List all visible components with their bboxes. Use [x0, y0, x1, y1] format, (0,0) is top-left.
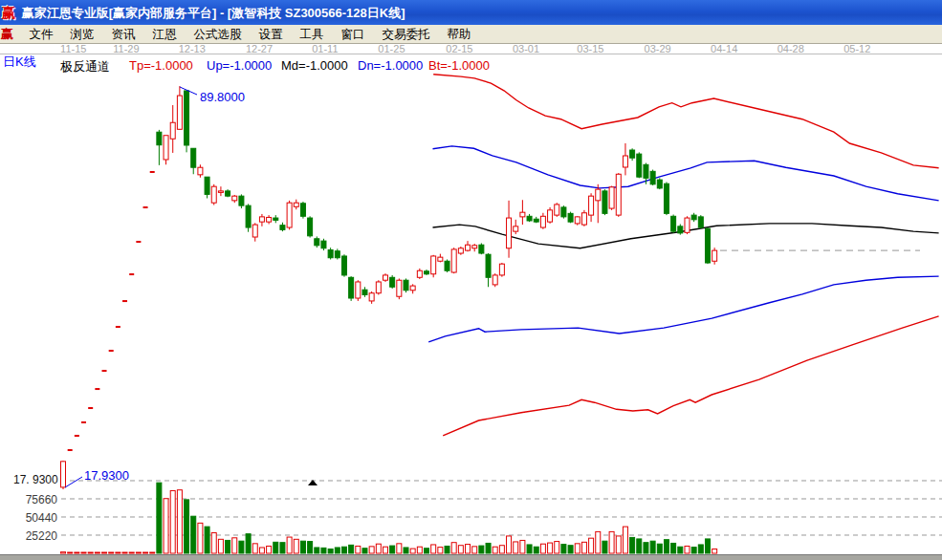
volume-bar — [671, 543, 676, 553]
candle-body — [458, 248, 463, 253]
limit-dash — [75, 435, 79, 437]
volume-bar — [404, 548, 408, 553]
volume-bar — [150, 552, 155, 553]
volume-bar — [581, 542, 586, 553]
volume-bar — [685, 546, 690, 553]
candle-body — [712, 250, 717, 261]
candle-body — [438, 257, 443, 261]
volume-bar — [630, 537, 635, 553]
volume-bars — [61, 483, 717, 553]
candle-body — [561, 207, 566, 217]
volume-bar — [472, 547, 477, 553]
volume-bar — [664, 540, 668, 553]
volume-bar — [369, 547, 374, 553]
date-tick-label: 03-29 — [639, 43, 677, 54]
candles — [61, 86, 717, 489]
candle-body — [534, 219, 538, 222]
volume-bar — [274, 542, 278, 553]
price-annotations: 89.800017.9300 — [65, 87, 245, 487]
indicator-param[interactable]: Up=-1.0000 — [207, 58, 272, 73]
candle-body — [431, 256, 436, 274]
candle-body — [664, 183, 668, 213]
candle-body — [637, 154, 642, 177]
indicator-param[interactable]: Tp=-1.0000 — [129, 58, 193, 73]
volume-bar — [527, 545, 532, 553]
volume-bar — [185, 500, 189, 553]
candle-body — [678, 226, 683, 233]
channel-line-bt — [443, 316, 938, 436]
volume-bar — [349, 545, 354, 553]
volume-bar — [438, 548, 443, 553]
candle-body — [596, 189, 601, 201]
candle-body — [328, 250, 333, 258]
limit-dash — [81, 421, 86, 423]
indicator-param[interactable]: Md=-1.0000 — [281, 58, 348, 73]
volume-bar — [623, 527, 627, 553]
volume-bar — [321, 548, 326, 553]
candle-body — [466, 245, 471, 250]
volume-bar — [657, 544, 662, 553]
indicator-param[interactable]: Dn=-1.0000 — [358, 58, 423, 73]
volume-bar — [164, 499, 168, 553]
volume-bar — [705, 539, 710, 553]
volume-bar — [493, 547, 497, 553]
candle-body — [698, 217, 703, 227]
candle-body — [397, 280, 402, 296]
channel-line-tp — [433, 75, 938, 168]
candle-body — [246, 205, 251, 227]
candle-body — [300, 204, 305, 217]
volume-bar — [239, 541, 244, 553]
volume-bar — [678, 547, 683, 553]
kline-period-label[interactable]: 日K线 — [3, 54, 36, 71]
limit-dash — [102, 370, 107, 372]
candle-body — [157, 132, 162, 145]
volume-bar — [95, 552, 99, 553]
volume-bar — [177, 490, 182, 553]
candle-body — [205, 177, 209, 194]
candle-body — [315, 239, 319, 246]
limit-dash — [95, 388, 99, 390]
candle-body — [623, 156, 627, 167]
candle-body — [575, 217, 580, 224]
kline-chart-canvas[interactable]: 89.800017.9300 — [0, 0, 942, 560]
date-tick-label: 12-13 — [173, 43, 211, 54]
candle-body — [164, 136, 168, 160]
volume-bar — [300, 541, 305, 553]
limit-dash — [122, 300, 127, 302]
candle-body — [341, 256, 346, 275]
candle-body — [252, 225, 257, 237]
indicator-param[interactable]: Bt=-1.0000 — [428, 58, 490, 73]
volume-bar — [445, 546, 449, 553]
volume-bar — [514, 542, 518, 553]
volume-bar — [218, 539, 223, 553]
volume-bar — [637, 539, 642, 553]
date-tick-label: 01-11 — [306, 43, 344, 54]
volume-bar — [335, 548, 340, 553]
candle-body — [404, 280, 408, 291]
limit-dash — [129, 273, 134, 275]
candle-body — [356, 282, 361, 298]
volume-bar — [520, 540, 525, 553]
indicator-name[interactable]: 极反通道 — [60, 58, 110, 75]
candle-body — [650, 171, 655, 184]
candle-body — [239, 196, 244, 205]
limit-dash — [143, 206, 148, 208]
volume-bar — [81, 552, 86, 553]
volume-bar — [341, 547, 346, 553]
volume-bar — [252, 544, 257, 553]
volume-bar — [143, 552, 148, 553]
volume-bar — [198, 523, 203, 553]
candle-body — [274, 218, 278, 220]
volume-bar — [232, 538, 237, 553]
candle-body — [630, 150, 635, 158]
date-tick-label: 04-28 — [772, 43, 810, 54]
candle-body — [349, 277, 354, 298]
candle-body — [170, 122, 175, 139]
date-tick-label: 05-12 — [838, 43, 876, 54]
volume-bar — [68, 552, 73, 553]
volume-bar — [451, 543, 456, 553]
candle-body — [616, 174, 621, 215]
kline-chart[interactable]: 89.800017.9300 — [0, 0, 942, 560]
volume-bar — [294, 539, 298, 553]
volume-bar — [259, 548, 264, 553]
